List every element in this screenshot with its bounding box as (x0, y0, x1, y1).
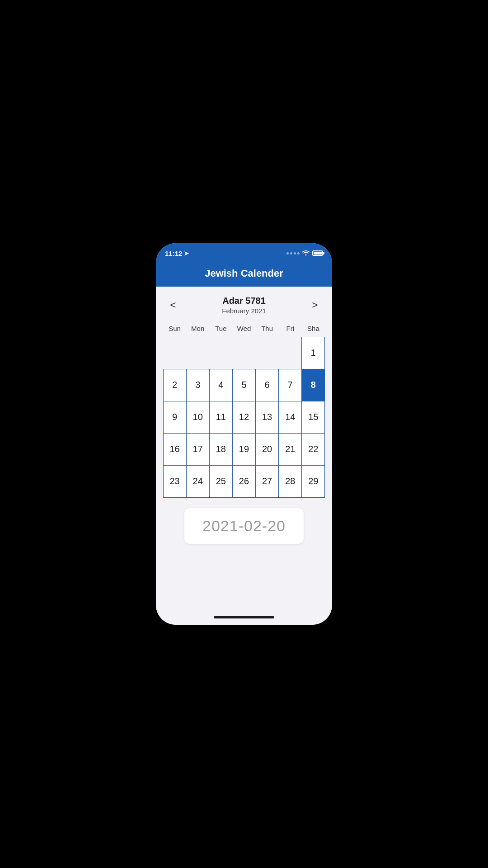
weekday-row: Sun Mon Tue Wed Thu Fri Sha (163, 322, 325, 335)
table-row[interactable]: 27 (255, 465, 279, 498)
table-row (278, 337, 302, 369)
status-bar: 11:12 ➤ (156, 243, 332, 263)
gregorian-month: February 2021 (222, 307, 266, 315)
next-month-button[interactable]: > (307, 297, 323, 313)
table-row[interactable]: 8 (301, 369, 325, 401)
home-bar (214, 616, 274, 618)
table-row[interactable]: 23 (163, 465, 187, 498)
table-row[interactable]: 25 (209, 465, 233, 498)
table-row[interactable]: 29 (301, 465, 325, 498)
table-row[interactable]: 26 (232, 465, 256, 498)
table-row[interactable]: 18 (209, 433, 233, 466)
prev-month-button[interactable]: < (165, 297, 181, 313)
home-indicator (156, 609, 332, 625)
date-display-text: 2021-02-20 (202, 517, 286, 535)
location-icon: ➤ (184, 250, 189, 257)
table-row[interactable]: 16 (163, 433, 187, 466)
table-row[interactable]: 22 (301, 433, 325, 466)
table-row[interactable]: 15 (301, 401, 325, 434)
table-row[interactable]: 20 (255, 433, 279, 466)
table-row (186, 337, 210, 369)
table-row[interactable]: 9 (163, 401, 187, 434)
status-time: 11:12 ➤ (165, 250, 189, 257)
table-row[interactable]: 17 (186, 433, 210, 466)
table-row[interactable]: 10 (186, 401, 210, 434)
date-display-container: 2021-02-20 (163, 508, 325, 544)
table-row[interactable]: 5 (232, 369, 256, 401)
days-grid: 1234567891011121314151617181920212223242… (163, 337, 325, 497)
app-header: Jewish Calender (156, 263, 332, 287)
weekday-sun: Sun (163, 322, 186, 335)
table-row[interactable]: 11 (209, 401, 233, 434)
battery-icon (312, 250, 323, 256)
weekday-sha: Sha (302, 322, 325, 335)
phone-frame: 11:12 ➤ Jewish Calender (156, 243, 332, 625)
table-row[interactable]: 2 (163, 369, 187, 401)
weekday-thu: Thu (256, 322, 279, 335)
month-nav: < Adar 5781 February 2021 > (163, 296, 325, 315)
table-row (209, 337, 233, 369)
table-row[interactable]: 19 (232, 433, 256, 466)
weekday-fri: Fri (279, 322, 302, 335)
time-display: 11:12 (165, 250, 182, 257)
date-display-box: 2021-02-20 (184, 508, 304, 544)
table-row[interactable]: 12 (232, 401, 256, 434)
table-row[interactable]: 1 (301, 337, 325, 369)
table-row[interactable]: 13 (255, 401, 279, 434)
table-row[interactable]: 3 (186, 369, 210, 401)
table-row[interactable]: 21 (278, 433, 302, 466)
table-row[interactable]: 14 (278, 401, 302, 434)
signal-icon (286, 252, 300, 255)
hebrew-month: Adar 5781 (222, 296, 266, 306)
table-row[interactable]: 6 (255, 369, 279, 401)
app-title: Jewish Calender (165, 268, 323, 279)
wifi-icon (302, 250, 310, 257)
table-row (163, 337, 187, 369)
table-row[interactable]: 28 (278, 465, 302, 498)
table-row[interactable]: 4 (209, 369, 233, 401)
weekday-wed: Wed (232, 322, 255, 335)
status-icons (286, 250, 323, 257)
table-row[interactable]: 24 (186, 465, 210, 498)
table-row (255, 337, 279, 369)
calendar-container: < Adar 5781 February 2021 > Sun Mon Tue … (156, 287, 332, 609)
weekday-tue: Tue (209, 322, 232, 335)
table-row[interactable]: 7 (278, 369, 302, 401)
calendar-grid: Sun Mon Tue Wed Thu Fri Sha 123456789101… (163, 322, 325, 497)
weekday-mon: Mon (186, 322, 209, 335)
month-title: Adar 5781 February 2021 (222, 296, 266, 315)
table-row (232, 337, 256, 369)
